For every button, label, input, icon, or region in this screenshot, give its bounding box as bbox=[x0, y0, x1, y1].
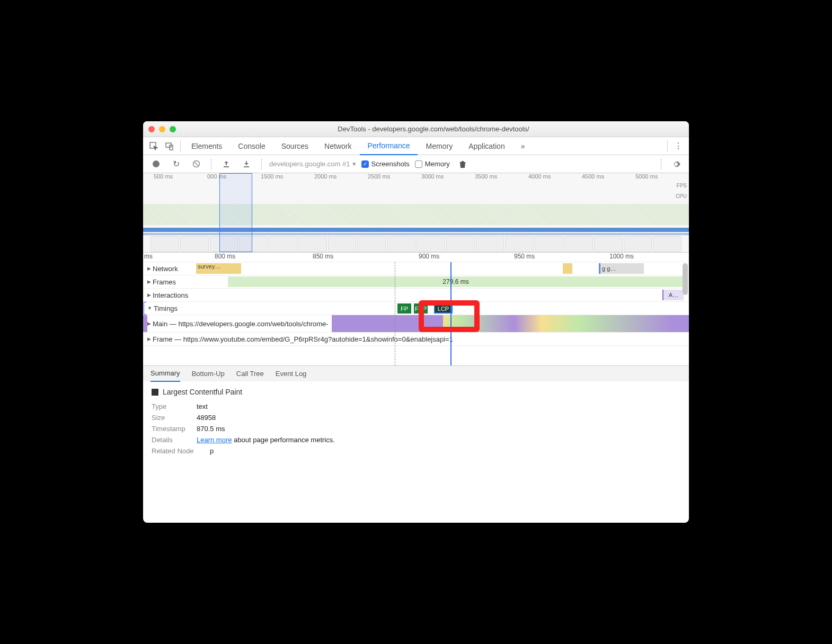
summary-pane: Largest Contentful Paint Typetext Size48… bbox=[143, 381, 689, 464]
track-label: Main — https://developers.google.com/web… bbox=[153, 320, 329, 328]
memory-label: Memory bbox=[425, 160, 450, 168]
overview-selection[interactable] bbox=[219, 173, 252, 252]
check-icon bbox=[415, 160, 422, 168]
expand-icon[interactable]: ▶ bbox=[147, 279, 151, 284]
close-icon[interactable] bbox=[148, 126, 155, 132]
screenshots-checkbox[interactable]: ✓Screenshots bbox=[361, 160, 410, 168]
tab-call-tree[interactable]: Call Tree bbox=[236, 366, 264, 382]
expand-icon[interactable]: ▶ bbox=[147, 266, 151, 271]
tab-application[interactable]: Application bbox=[461, 137, 512, 155]
screenshots-label: Screenshots bbox=[371, 160, 410, 168]
separator bbox=[667, 140, 668, 152]
tick: 500 ms bbox=[154, 173, 207, 183]
recording-selector[interactable]: developers.google.com #1 ▾ bbox=[269, 160, 356, 168]
interaction-item[interactable]: A… bbox=[662, 290, 684, 300]
tab-memory[interactable]: Memory bbox=[419, 137, 461, 155]
lcp-marker[interactable]: LCP bbox=[434, 303, 453, 314]
tab-event-log[interactable]: Event Log bbox=[276, 366, 307, 382]
network-item[interactable]: survey… bbox=[196, 263, 241, 274]
expand-icon[interactable]: ▶ bbox=[147, 321, 151, 326]
summary-row-size: Size48958 bbox=[152, 414, 680, 422]
track-label: Frames bbox=[153, 278, 176, 286]
save-profile-icon[interactable] bbox=[239, 157, 254, 172]
track-bracket bbox=[144, 302, 146, 315]
network-item-label: survey… bbox=[196, 263, 222, 270]
zoom-icon[interactable] bbox=[170, 126, 176, 132]
tabs-overflow[interactable]: » bbox=[514, 137, 533, 155]
fp-marker[interactable]: FP bbox=[397, 303, 411, 314]
network-item[interactable]: g g… bbox=[599, 263, 644, 274]
expand-icon[interactable]: ▶ bbox=[147, 336, 151, 342]
label: Timestamp bbox=[152, 425, 191, 433]
network-track[interactable]: ▶Network survey… g g… bbox=[143, 262, 689, 275]
value[interactable]: p bbox=[210, 447, 214, 455]
flame-chart[interactable]: ▶Network survey… g g… ▶Frames 279.6 ms ▶… bbox=[143, 262, 689, 365]
settings-icon[interactable] bbox=[669, 157, 684, 172]
summary-row-timestamp: Timestamp870.5 ms bbox=[152, 425, 680, 433]
frame-track[interactable]: ▶Frame — https://www.youtube.com/embed/G… bbox=[143, 333, 689, 346]
frames-track[interactable]: ▶Frames 279.6 ms bbox=[143, 275, 689, 289]
memory-checkbox[interactable]: Memory bbox=[415, 160, 450, 168]
fcp-marker[interactable]: FCP bbox=[414, 303, 428, 314]
tab-performance[interactable]: Performance bbox=[360, 137, 417, 155]
frame-segment[interactable]: 279.6 ms bbox=[228, 276, 684, 287]
track-label: Timings bbox=[154, 305, 178, 312]
device-toggle-icon[interactable] bbox=[162, 139, 177, 154]
collapse-icon[interactable]: ▼ bbox=[147, 306, 152, 311]
tab-sources[interactable]: Sources bbox=[274, 137, 316, 155]
summary-title: Largest Contentful Paint bbox=[152, 388, 680, 396]
tick: 850 ms bbox=[313, 253, 333, 260]
panel-tabs: Elements Console Sources Network Perform… bbox=[143, 137, 689, 155]
separator bbox=[180, 140, 181, 152]
tab-summary[interactable]: Summary bbox=[151, 366, 180, 382]
tick: 2000 ms bbox=[314, 173, 368, 183]
track-label: Interactions bbox=[153, 291, 188, 299]
hover-line bbox=[395, 262, 395, 365]
svg-rect-4 bbox=[224, 166, 229, 167]
tick: 3500 ms bbox=[475, 173, 528, 183]
timings-track[interactable]: ▼Timings FP FCP LCP bbox=[143, 302, 689, 315]
title-bar: DevTools - developers.google.com/web/too… bbox=[143, 121, 689, 137]
tick: 4000 ms bbox=[528, 173, 582, 183]
reload-button[interactable]: ↻ bbox=[169, 157, 183, 172]
separator bbox=[661, 158, 661, 170]
tab-console[interactable]: Console bbox=[231, 137, 272, 155]
tab-bottom-up[interactable]: Bottom-Up bbox=[192, 366, 225, 382]
load-profile-icon[interactable] bbox=[219, 157, 234, 172]
value: 870.5 ms bbox=[197, 425, 225, 433]
tick: 950 ms bbox=[514, 253, 535, 260]
record-button[interactable] bbox=[148, 157, 163, 172]
clear-button[interactable] bbox=[189, 157, 203, 172]
track-label: Network bbox=[153, 265, 178, 273]
track-label: Frame — https://www.youtube.com/embed/G_… bbox=[153, 335, 453, 343]
details-tail: about page performance metrics. bbox=[232, 436, 334, 444]
tab-network[interactable]: Network bbox=[317, 137, 359, 155]
value: Learn more about page performance metric… bbox=[197, 436, 335, 444]
vertical-scrollbar[interactable] bbox=[683, 263, 688, 295]
interactions-track[interactable]: ▶Interactions A… bbox=[143, 289, 689, 302]
main-track[interactable]: ▶Main — https://developers.google.com/we… bbox=[143, 315, 689, 333]
tick: 900 ms bbox=[419, 253, 439, 260]
summary-row-type: Typetext bbox=[152, 402, 680, 410]
tick: 2500 ms bbox=[368, 173, 421, 183]
network-item[interactable] bbox=[563, 263, 572, 274]
details-tabs: Summary Bottom-Up Call Tree Event Log bbox=[143, 365, 689, 381]
check-icon: ✓ bbox=[361, 160, 369, 168]
frame-duration: 279.6 ms bbox=[442, 278, 468, 285]
gc-button[interactable] bbox=[455, 157, 470, 172]
kebab-menu-icon[interactable]: ⋮ bbox=[671, 139, 686, 154]
summary-row-details: DetailsLearn more about page performance… bbox=[152, 436, 680, 444]
performance-toolbar: ↻ developers.google.com #1 ▾ ✓Screenshot… bbox=[143, 155, 689, 173]
devtools-window: DevTools - developers.google.com/web/too… bbox=[143, 121, 689, 523]
summary-title-text: Largest Contentful Paint bbox=[163, 388, 242, 396]
minimize-icon[interactable] bbox=[159, 126, 165, 132]
learn-more-link[interactable]: Learn more bbox=[197, 436, 232, 444]
timeline-overview[interactable]: 500 ms 000 ms 1500 ms 2000 ms 2500 ms 30… bbox=[143, 173, 689, 253]
inspect-icon[interactable] bbox=[146, 139, 161, 154]
tick: ms bbox=[144, 253, 153, 260]
summary-row-node: Related Nodep bbox=[152, 447, 680, 455]
tick: 4500 ms bbox=[582, 173, 635, 183]
tick: 1500 ms bbox=[261, 173, 314, 183]
expand-icon[interactable]: ▶ bbox=[147, 292, 151, 298]
tab-elements[interactable]: Elements bbox=[184, 137, 229, 155]
